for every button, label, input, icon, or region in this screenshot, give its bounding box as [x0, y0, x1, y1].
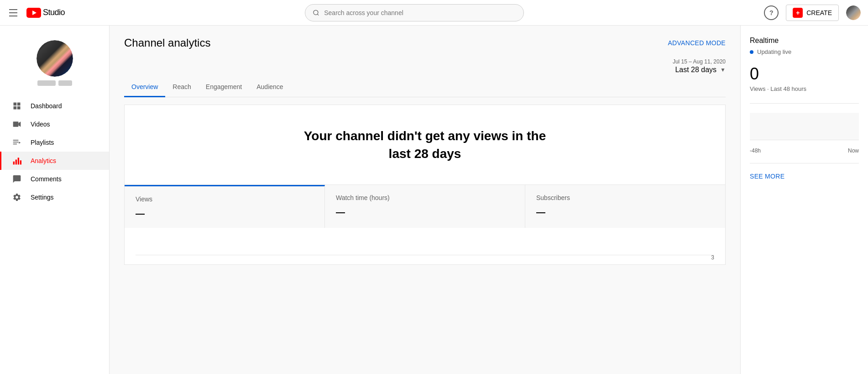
- svg-rect-14: [13, 162, 15, 165]
- sidebar-label-analytics: Analytics: [31, 157, 56, 164]
- search-bar: [305, 4, 524, 21]
- avatar-image: [846, 5, 861, 20]
- chart-number: 3: [711, 254, 714, 261]
- realtime-views-label: Views · Last 48 hours: [750, 85, 859, 92]
- sidebar-profile: [0, 33, 109, 93]
- create-plus-icon: +: [793, 8, 803, 18]
- metric-views-value: —: [136, 208, 314, 219]
- metric-watch-time[interactable]: Watch time (hours) —: [325, 185, 525, 228]
- topnav: Studio ? + CREATE: [0, 0, 868, 26]
- svg-rect-12: [13, 144, 17, 145]
- sidebar-label-comments: Comments: [31, 175, 62, 183]
- video-icon: [12, 120, 21, 129]
- metric-watch-time-label: Watch time (hours): [336, 194, 514, 201]
- panel-divider-2: [750, 163, 859, 163]
- youtube-icon: [26, 8, 41, 18]
- svg-line-3: [318, 14, 319, 15]
- dashboard-icon: [12, 101, 21, 111]
- create-label: CREATE: [806, 9, 832, 16]
- sidebar-label-videos: Videos: [31, 121, 50, 128]
- sidebar-avatar-image: [37, 40, 73, 77]
- metrics-row: Views — Watch time (hours) — Subscribers…: [125, 184, 725, 228]
- empty-state: Your channel didn't get any views in the…: [125, 105, 725, 184]
- sidebar-nav: Dashboard Videos: [0, 93, 109, 210]
- hamburger-menu[interactable]: [7, 7, 19, 18]
- sidebar-item-settings[interactable]: Settings: [0, 188, 109, 206]
- svg-rect-8: [13, 121, 19, 127]
- tab-reach[interactable]: Reach: [165, 78, 198, 97]
- date-range-container: Jul 15 – Aug 11, 2020 Last 28 days ▼: [673, 58, 726, 74]
- date-range-select[interactable]: Last 28 days ▼: [675, 66, 726, 74]
- sidebar-name: [37, 80, 72, 86]
- metric-subscribers[interactable]: Subscribers —: [525, 185, 725, 228]
- page-header: Channel analytics ADVANCED MODE: [124, 37, 726, 49]
- analytics-main-area: Your channel didn't get any views in the…: [124, 105, 726, 265]
- svg-rect-17: [20, 160, 21, 164]
- logo[interactable]: Studio: [26, 8, 65, 18]
- empty-state-title: Your channel didn't get any views in the…: [139, 127, 711, 163]
- realtime-title: Realtime: [750, 37, 859, 45]
- sidebar-label-settings: Settings: [31, 194, 54, 201]
- create-button[interactable]: + CREATE: [786, 5, 839, 21]
- time-axis: -48h Now: [750, 147, 859, 154]
- svg-rect-4: [14, 103, 17, 106]
- sidebar-item-playlists[interactable]: Playlists: [0, 133, 109, 152]
- analytics-icon: [12, 156, 21, 165]
- metric-subscribers-value: —: [536, 207, 714, 217]
- layout: Dashboard Videos: [0, 26, 868, 374]
- right-panel: Realtime Updating live 0 Views · Last 48…: [740, 26, 868, 374]
- live-text: Updating live: [757, 48, 791, 55]
- tab-overview[interactable]: Overview: [124, 78, 165, 97]
- sidebar-item-videos[interactable]: Videos: [0, 115, 109, 133]
- date-range-value: Last 28 days: [675, 66, 716, 74]
- metric-subscribers-label: Subscribers: [536, 194, 714, 201]
- page-title: Channel analytics: [124, 37, 210, 49]
- analytics-tabs: Overview Reach Engagement Audience: [124, 78, 726, 97]
- svg-point-2: [314, 10, 318, 15]
- svg-marker-9: [18, 121, 21, 127]
- chart-area: 3: [125, 228, 725, 264]
- sidebar-label-dashboard: Dashboard: [31, 102, 62, 110]
- analytics-main: Channel analytics ADVANCED MODE Jul 15 –…: [110, 26, 740, 374]
- search-input[interactable]: [324, 9, 516, 16]
- panel-divider: [750, 103, 859, 104]
- time-end: Now: [848, 147, 859, 154]
- sidebar-avatar[interactable]: [37, 40, 73, 77]
- sidebar: Dashboard Videos: [0, 26, 110, 374]
- help-button[interactable]: ?: [764, 5, 779, 20]
- tab-audience[interactable]: Audience: [249, 78, 290, 97]
- svg-rect-7: [17, 106, 21, 110]
- svg-rect-10: [13, 140, 19, 141]
- live-indicator: Updating live: [750, 48, 859, 55]
- svg-rect-6: [14, 106, 17, 110]
- sidebar-item-comments[interactable]: Comments: [0, 170, 109, 188]
- metric-views[interactable]: Views —: [125, 185, 325, 228]
- see-more-link[interactable]: SEE MORE: [750, 173, 784, 180]
- metric-views-label: Views: [136, 195, 314, 203]
- date-range-label: Jul 15 – Aug 11, 2020: [673, 58, 726, 65]
- svg-marker-13: [19, 142, 21, 143]
- time-start: -48h: [750, 147, 761, 154]
- advanced-mode-link[interactable]: ADVANCED MODE: [668, 39, 726, 47]
- realtime-views-count: 0: [750, 64, 859, 84]
- avatar[interactable]: [846, 5, 861, 20]
- live-dot: [750, 50, 753, 54]
- metric-watch-time-value: —: [336, 207, 514, 217]
- search-icon: [313, 9, 319, 16]
- svg-rect-11: [13, 142, 19, 142]
- playlist-icon: [12, 138, 21, 147]
- realtime-chart: [750, 113, 859, 140]
- svg-rect-5: [17, 103, 21, 106]
- comments-icon: [12, 174, 21, 184]
- analytics-container: Channel analytics ADVANCED MODE Jul 15 –…: [110, 26, 868, 374]
- chart-baseline: [136, 255, 714, 255]
- logo-text: Studio: [43, 8, 65, 17]
- sidebar-item-analytics[interactable]: Analytics: [0, 152, 109, 170]
- main-content: Channel analytics ADVANCED MODE Jul 15 –…: [110, 26, 868, 374]
- svg-rect-15: [16, 160, 17, 165]
- tab-engagement[interactable]: Engagement: [199, 78, 249, 97]
- date-range-section: Jul 15 – Aug 11, 2020 Last 28 days ▼: [124, 58, 726, 74]
- settings-icon: [12, 193, 21, 202]
- svg-rect-16: [18, 158, 19, 164]
- sidebar-item-dashboard[interactable]: Dashboard: [0, 97, 109, 115]
